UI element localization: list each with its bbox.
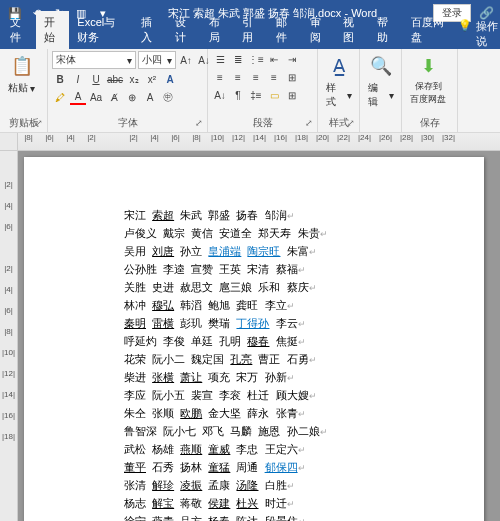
tab-help[interactable]: 帮助	[369, 11, 403, 49]
group-editing: 🔍 编辑 ▾	[360, 49, 402, 132]
inc-indent-icon[interactable]: ⇥	[284, 51, 300, 67]
numbering-icon[interactable]: ≣	[230, 51, 246, 67]
multilevel-icon[interactable]: ⋮≡	[248, 51, 264, 67]
font-color-icon[interactable]: A	[70, 89, 86, 105]
para-launcher-icon[interactable]: ⤢	[305, 116, 313, 130]
underline-button[interactable]: U	[88, 71, 104, 87]
styles-button[interactable]: A̲ 样式 ▾	[322, 51, 356, 111]
group-styles: A̲ 样式 ▾ 样式⤢	[318, 49, 360, 132]
tab-insert[interactable]: 插入	[133, 11, 167, 49]
document-area: |2||4||6||2||4||6||8||10||12||14||16||18…	[0, 151, 500, 521]
strike-button[interactable]: abc	[106, 71, 124, 87]
share-icon[interactable]: 🔗	[479, 6, 494, 20]
enclose-icon[interactable]: ㊥	[160, 89, 176, 105]
sort-icon[interactable]: A↓	[212, 87, 228, 103]
tab-references[interactable]: 引用	[234, 11, 268, 49]
styles-icon: A̲	[326, 53, 352, 79]
tab-mailings[interactable]: 邮件	[268, 11, 302, 49]
tab-view[interactable]: 视图	[335, 11, 369, 49]
group-clipboard: 📋 粘贴 ▾ 剪贴板⤢	[0, 49, 48, 132]
align-right-icon[interactable]: ≡	[248, 69, 264, 85]
borders-icon[interactable]: ⊞	[284, 87, 300, 103]
clear-format-icon[interactable]: A̸	[106, 89, 122, 105]
char-border-icon[interactable]: A	[142, 89, 158, 105]
group-font: 宋体▾ 小四▾ A↑ A↓ B I U abc x₂ x² A 🖍 A Aa A…	[48, 49, 208, 132]
ruler-row: |8||6||4||2||2||4||6||8||10||12||14||16|…	[0, 133, 500, 151]
document-body[interactable]: 宋江 索超 朱武 郭盛 扬春 邹润↵卢俊义 戴宗 黄信 安道全 郑天寿 朱贵↵吴…	[124, 207, 384, 521]
align-center-icon[interactable]: ≡	[230, 69, 246, 85]
group-styles-label: 样式	[329, 117, 349, 128]
group-paragraph-label: 段落	[253, 117, 273, 128]
tab-design[interactable]: 设计	[167, 11, 201, 49]
subscript-button[interactable]: x₂	[126, 71, 142, 87]
clipboard-launcher-icon[interactable]: ⤢	[35, 116, 43, 130]
styles-launcher-icon[interactable]: ⤢	[347, 116, 355, 130]
tab-layout[interactable]: 布局	[201, 11, 235, 49]
align-left-icon[interactable]: ≡	[212, 69, 228, 85]
tab-excel-finance[interactable]: Excel与财务	[69, 11, 133, 49]
group-editing-label	[364, 116, 397, 130]
justify-icon[interactable]: ≡	[266, 69, 282, 85]
dec-indent-icon[interactable]: ⇤	[266, 51, 282, 67]
ruler-corner	[0, 133, 18, 150]
highlight-icon[interactable]: 🖍	[52, 89, 68, 105]
ribbon: 📋 粘贴 ▾ 剪贴板⤢ 宋体▾ 小四▾ A↑ A↓ B I U abc x₂ x…	[0, 49, 500, 133]
show-marks-icon[interactable]: ¶	[230, 87, 246, 103]
editing-button[interactable]: 🔍 编辑 ▾	[364, 51, 398, 111]
font-size-combo[interactable]: 小四▾	[138, 51, 176, 69]
group-save-label: 保存	[420, 117, 440, 128]
page[interactable]: 宋江 索超 朱武 郭盛 扬春 邹润↵卢俊义 戴宗 黄信 安道全 郑天寿 朱贵↵吴…	[24, 157, 484, 521]
tab-review[interactable]: 审阅	[302, 11, 336, 49]
paste-icon: 📋	[9, 53, 35, 79]
grow-font-icon[interactable]: A↑	[178, 52, 194, 68]
group-paragraph: ☰ ≣ ⋮≡ ⇤ ⇥ ≡ ≡ ≡ ≡ ⊞ A↓ ¶ ‡≡ ▭ ⊞ 段落⤢	[208, 49, 318, 132]
tell-me[interactable]: 操作说	[476, 19, 498, 49]
tab-home[interactable]: 开始	[36, 11, 70, 49]
save-baidu-button[interactable]: ⬇ 保存到百度网盘	[406, 51, 450, 107]
change-case-icon[interactable]: Aa	[88, 89, 104, 105]
find-icon: 🔍	[368, 53, 394, 79]
bold-button[interactable]: B	[52, 71, 68, 87]
font-launcher-icon[interactable]: ⤢	[195, 116, 203, 130]
page-scroll[interactable]: 宋江 索超 朱武 郭盛 扬春 邹润↵卢俊义 戴宗 黄信 安道全 郑天寿 朱贵↵吴…	[18, 151, 500, 521]
bullets-icon[interactable]: ☰	[212, 51, 228, 67]
vertical-ruler[interactable]: |2||4||6||2||4||6||8||10||12||14||16||18…	[0, 151, 18, 521]
superscript-button[interactable]: x²	[144, 71, 160, 87]
line-spacing-icon[interactable]: ‡≡	[248, 87, 264, 103]
cloud-save-icon: ⬇	[415, 53, 441, 79]
tab-baidu[interactable]: 百度网盘	[403, 11, 454, 49]
ribbon-tabs: 文件 开始 Excel与财务 插入 设计 布局 引用 邮件 审阅 视图 帮助 百…	[0, 26, 500, 49]
distribute-icon[interactable]: ⊞	[284, 69, 300, 85]
horizontal-ruler[interactable]: |8||6||4||2||2||4||6||8||10||12||14||16|…	[18, 133, 500, 150]
tab-file[interactable]: 文件	[2, 11, 36, 49]
font-name-combo[interactable]: 宋体▾	[52, 51, 136, 69]
phonetic-icon[interactable]: ⊕	[124, 89, 140, 105]
bulb-icon: 💡	[458, 19, 472, 49]
shading-icon[interactable]: ▭	[266, 87, 282, 103]
group-save: ⬇ 保存到百度网盘 保存	[402, 49, 458, 132]
text-effects-button[interactable]: A	[162, 71, 178, 87]
group-clipboard-label: 剪贴板	[9, 117, 39, 128]
italic-button[interactable]: I	[70, 71, 86, 87]
paste-button[interactable]: 📋 粘贴 ▾	[4, 51, 39, 97]
group-font-label: 字体	[118, 117, 138, 128]
